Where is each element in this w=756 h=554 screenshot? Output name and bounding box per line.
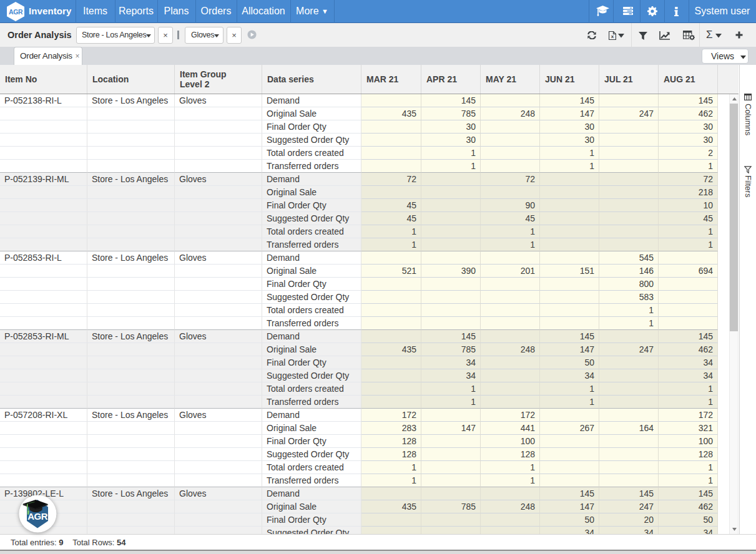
svg-text:AGR: AGR (27, 511, 48, 522)
svg-text:x: x (611, 34, 614, 39)
svg-text:AGR: AGR (9, 8, 23, 16)
